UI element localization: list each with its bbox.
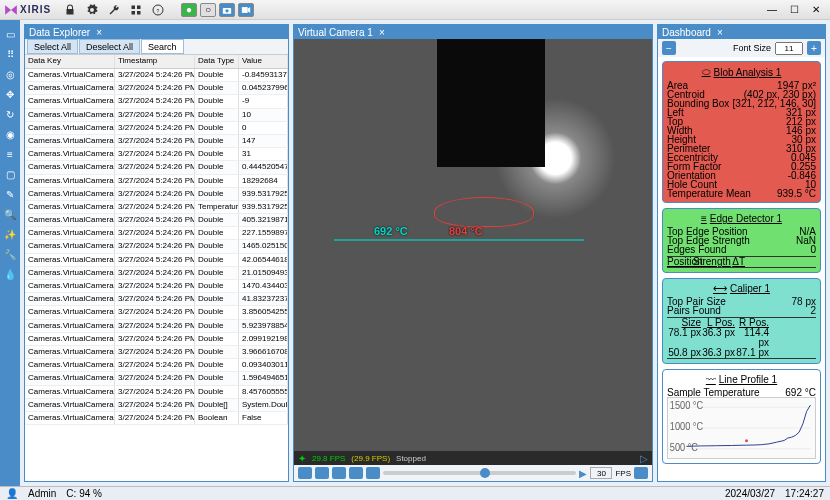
stop-record-button[interactable]: ○ bbox=[200, 3, 216, 17]
col-datakey[interactable]: Data Key bbox=[25, 55, 115, 68]
table-row[interactable]: Cameras.VirtualCamera13/27/2024 5:24:26 … bbox=[25, 372, 288, 385]
table-row[interactable]: Cameras.VirtualCamera13/27/2024 5:24:26 … bbox=[25, 95, 288, 108]
lock-icon[interactable] bbox=[63, 3, 77, 17]
tab-deselect-all[interactable]: Deselect All bbox=[79, 39, 140, 54]
tab-select-all[interactable]: Select All bbox=[27, 39, 78, 54]
fps-label: 29.8 FPS bbox=[312, 454, 345, 463]
table-row[interactable]: Cameras.VirtualCamera13/27/2024 5:24:26 … bbox=[25, 359, 288, 372]
tab-search[interactable]: Search bbox=[141, 39, 184, 54]
table-row[interactable]: Cameras.VirtualCamera13/27/2024 5:24:26 … bbox=[25, 109, 288, 122]
table-row[interactable]: Cameras.VirtualCamera13/27/2024 5:24:26 … bbox=[25, 227, 288, 240]
maximize-button[interactable]: ☐ bbox=[784, 3, 804, 17]
help-icon[interactable]: ? bbox=[151, 3, 165, 17]
profile-line-overlay bbox=[334, 239, 584, 241]
table-row[interactable]: Cameras.VirtualCamera13/27/2024 5:24:26 … bbox=[25, 320, 288, 333]
tool-drop-icon[interactable]: ◉ bbox=[1, 125, 19, 143]
dash-minus-button[interactable]: − bbox=[662, 41, 676, 55]
table-row[interactable]: Cameras.VirtualCamera13/27/2024 5:24:26 … bbox=[25, 161, 288, 174]
fps-label-text: FPS bbox=[615, 469, 631, 478]
video-button[interactable] bbox=[238, 3, 254, 17]
close-panel-icon[interactable]: × bbox=[94, 27, 104, 37]
table-row[interactable]: Cameras.VirtualCamera13/27/2024 5:24:26 … bbox=[25, 399, 288, 412]
table-row[interactable]: Cameras.VirtualCamera13/27/2024 5:24:26 … bbox=[25, 240, 288, 253]
table-row[interactable]: Cameras.VirtualCamera13/27/2024 5:24:26 … bbox=[25, 201, 288, 214]
table-row[interactable]: Cameras.VirtualCamera13/27/2024 5:24:26 … bbox=[25, 188, 288, 201]
tool-rows-icon[interactable]: ≡ bbox=[1, 145, 19, 163]
dashboard-panel: Dashboard × − Font Size + ⬭Blob Analysis… bbox=[657, 24, 826, 482]
data-explorer-title: Data Explorer × bbox=[25, 25, 288, 39]
tool-wand-icon[interactable]: ✨ bbox=[1, 225, 19, 243]
font-size-label: Font Size bbox=[733, 43, 771, 53]
table-row[interactable]: Cameras.VirtualCamera13/27/2024 5:24:26 … bbox=[25, 306, 288, 319]
play-button[interactable] bbox=[332, 467, 346, 479]
close-camera-icon[interactable]: × bbox=[377, 27, 387, 37]
data-explorer-panel: Data Explorer × Select All Deselect All … bbox=[24, 24, 289, 482]
tool-move-icon[interactable]: ✥ bbox=[1, 85, 19, 103]
camera-view[interactable]: 692 °C 804 °C ✦ 29.8 FPS (29.9 FPS) Stop… bbox=[294, 39, 652, 465]
record-button[interactable]: ● bbox=[181, 3, 197, 17]
table-row[interactable]: Cameras.VirtualCamera13/27/2024 5:24:26 … bbox=[25, 412, 288, 425]
expand-right-icon[interactable]: ▷ bbox=[640, 453, 648, 464]
table-row[interactable]: Cameras.VirtualCamera13/27/2024 5:24:26 … bbox=[25, 135, 288, 148]
table-row[interactable]: Cameras.VirtualCamera13/27/2024 5:24:26 … bbox=[25, 280, 288, 293]
svg-text:1000 °C: 1000 °C bbox=[670, 421, 703, 432]
snapshot-button[interactable] bbox=[219, 3, 235, 17]
tool-pointer-icon[interactable]: ▭ bbox=[1, 25, 19, 43]
blob-overlay bbox=[434, 197, 534, 227]
tool-wrench2-icon[interactable]: 🔧 bbox=[1, 245, 19, 263]
main-content: Data Explorer × Select All Deselect All … bbox=[20, 20, 830, 486]
table-row[interactable]: Cameras.VirtualCamera13/27/2024 5:24:26 … bbox=[25, 254, 288, 267]
dash-plus-button[interactable]: + bbox=[807, 41, 821, 55]
col-value[interactable]: Value bbox=[239, 55, 288, 68]
dashboard-title: Dashboard × bbox=[658, 25, 825, 39]
play-icon[interactable]: ▶ bbox=[579, 468, 587, 479]
data-grid: Data Key Timestamp Data Type Value Camer… bbox=[25, 55, 288, 481]
user-label: Admin bbox=[28, 488, 56, 499]
svg-text:1500 °C: 1500 °C bbox=[670, 400, 703, 411]
font-size-input[interactable] bbox=[775, 42, 803, 55]
table-row[interactable]: Cameras.VirtualCamera13/27/2024 5:24:26 … bbox=[25, 175, 288, 188]
card-caliper: ⟷Caliper 1 Top Pair Size78 pxPairs Found… bbox=[662, 278, 821, 364]
wrench-icon[interactable] bbox=[107, 3, 121, 17]
temp-overlay-2: 804 °C bbox=[449, 225, 483, 237]
table-row[interactable]: Cameras.VirtualCamera13/27/2024 5:24:26 … bbox=[25, 69, 288, 82]
tool-dots-icon[interactable]: ⠿ bbox=[1, 45, 19, 63]
table-row[interactable]: Cameras.VirtualCamera13/27/2024 5:24:26 … bbox=[25, 82, 288, 95]
tool-magnify-icon[interactable]: 🔍 bbox=[1, 205, 19, 223]
col-datatype[interactable]: Data Type bbox=[195, 55, 239, 68]
camera-controls: ▶ 30 FPS bbox=[294, 465, 652, 481]
titlebar: XIRIS ? ● ○ — ☐ ✕ bbox=[0, 0, 830, 20]
table-row[interactable]: Cameras.VirtualCamera13/27/2024 5:24:26 … bbox=[25, 333, 288, 346]
user-icon: 👤 bbox=[6, 488, 18, 499]
next-frame-button[interactable] bbox=[366, 467, 380, 479]
grid-icon[interactable] bbox=[129, 3, 143, 17]
tool-rect-icon[interactable]: ▢ bbox=[1, 165, 19, 183]
tool-drop2-icon[interactable]: 💧 bbox=[1, 265, 19, 283]
status-stopped: Stopped bbox=[396, 454, 426, 463]
frame-slider[interactable] bbox=[383, 471, 576, 475]
temp-overlay-1: 692 °C bbox=[374, 225, 408, 237]
table-row[interactable]: Cameras.VirtualCamera13/27/2024 5:24:26 … bbox=[25, 293, 288, 306]
prev-frame-button[interactable] bbox=[298, 467, 312, 479]
svg-text:500 °C: 500 °C bbox=[670, 441, 698, 452]
tool-rotate-icon[interactable]: ↻ bbox=[1, 105, 19, 123]
table-row[interactable]: Cameras.VirtualCamera13/27/2024 5:24:26 … bbox=[25, 346, 288, 359]
table-row[interactable]: Cameras.VirtualCamera13/27/2024 5:24:26 … bbox=[25, 267, 288, 280]
table-row[interactable]: Cameras.VirtualCamera13/27/2024 5:24:26 … bbox=[25, 148, 288, 161]
step-back-button[interactable] bbox=[315, 467, 329, 479]
close-dash-icon[interactable]: × bbox=[715, 27, 725, 37]
table-row[interactable]: Cameras.VirtualCamera13/27/2024 5:24:26 … bbox=[25, 214, 288, 227]
tool-pen-icon[interactable]: ✎ bbox=[1, 185, 19, 203]
gear-icon[interactable] bbox=[85, 3, 99, 17]
tool-target-icon[interactable]: ◎ bbox=[1, 65, 19, 83]
settings-button[interactable] bbox=[634, 467, 648, 479]
table-row[interactable]: Cameras.VirtualCamera13/27/2024 5:24:26 … bbox=[25, 386, 288, 399]
table-row[interactable]: Cameras.VirtualCamera13/27/2024 5:24:26 … bbox=[25, 122, 288, 135]
fps-input[interactable]: 30 bbox=[590, 467, 612, 479]
step-fwd-button[interactable] bbox=[349, 467, 363, 479]
edge-icon: ≡ bbox=[701, 213, 707, 224]
card-line: 〰Line Profile 1 Sample Temperature692 °C… bbox=[662, 369, 821, 464]
close-button[interactable]: ✕ bbox=[806, 3, 826, 17]
minimize-button[interactable]: — bbox=[762, 3, 782, 17]
col-timestamp[interactable]: Timestamp bbox=[115, 55, 195, 68]
